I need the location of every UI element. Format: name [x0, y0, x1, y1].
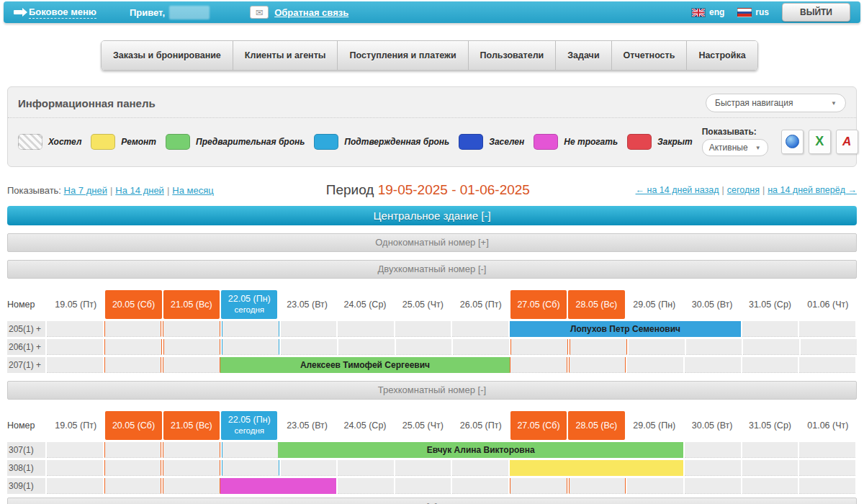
- nav-tab-2[interactable]: Поступления и платежи: [338, 41, 468, 70]
- lang-rus[interactable]: rus: [755, 7, 769, 17]
- day-cell[interactable]: [104, 339, 162, 355]
- day-cell[interactable]: [627, 478, 683, 494]
- day-cell[interactable]: [104, 357, 162, 373]
- day-cell[interactable]: [222, 442, 279, 458]
- day-cell[interactable]: [799, 460, 855, 476]
- day-cell[interactable]: [281, 321, 337, 337]
- nav-tab-1[interactable]: Клиенты и агенты: [233, 41, 338, 70]
- day-cell[interactable]: [163, 478, 220, 494]
- day-cell[interactable]: [47, 478, 103, 494]
- booking-bar[interactable]: Евчук Алина Викторовна: [278, 442, 683, 458]
- day-cell[interactable]: [799, 321, 855, 337]
- day-cell[interactable]: [510, 357, 567, 373]
- range-7-days-link[interactable]: На 7 дней: [64, 185, 107, 196]
- day-cell[interactable]: [395, 478, 451, 494]
- day-cell[interactable]: [453, 339, 509, 355]
- side-menu-link[interactable]: Боковое меню: [29, 6, 96, 19]
- room-label[interactable]: 307(1): [7, 442, 47, 458]
- day-cell[interactable]: [338, 321, 394, 337]
- room-label[interactable]: 207(1) +: [7, 357, 47, 373]
- day-cell[interactable]: [281, 339, 337, 355]
- day-cell[interactable]: [743, 339, 799, 355]
- day-cell[interactable]: [510, 478, 567, 494]
- building-header[interactable]: Центральное здание [-]: [7, 206, 857, 225]
- day-cell[interactable]: [163, 321, 220, 337]
- nav-tab-3[interactable]: Пользователи: [469, 41, 557, 70]
- day-cell[interactable]: [685, 460, 741, 476]
- day-cell[interactable]: [452, 478, 508, 494]
- booking-bar[interactable]: [220, 478, 336, 494]
- today-link[interactable]: сегодня: [727, 185, 760, 195]
- booking-bar[interactable]: Алексеев Тимофей Сергеевич: [220, 357, 510, 373]
- nav-tab-4[interactable]: Задачи: [556, 41, 611, 70]
- logout-button[interactable]: выйти: [782, 3, 850, 22]
- nav-tab-0[interactable]: Заказы и бронирование: [102, 41, 233, 70]
- excel-export-icon[interactable]: X: [809, 130, 831, 154]
- range-month-link[interactable]: На месяц: [172, 185, 213, 196]
- day-cell[interactable]: [742, 442, 798, 458]
- day-cell[interactable]: [163, 442, 220, 458]
- day-cell[interactable]: [742, 357, 798, 373]
- day-cell[interactable]: [569, 478, 626, 494]
- day-cell[interactable]: [799, 478, 855, 494]
- day-cell[interactable]: [104, 460, 162, 476]
- day-cell[interactable]: [163, 339, 221, 355]
- day-cell[interactable]: [510, 339, 568, 355]
- booking-bar[interactable]: Лопухов Петр Семенович: [510, 321, 741, 337]
- day-cell[interactable]: [222, 339, 279, 355]
- day-cell[interactable]: [569, 357, 626, 373]
- day-cell[interactable]: [395, 460, 451, 476]
- section-header[interactable]: Однокомнатный номер [+]: [7, 233, 857, 252]
- day-cell[interactable]: [686, 339, 742, 355]
- day-cell[interactable]: [104, 321, 162, 337]
- day-cell[interactable]: [47, 357, 103, 373]
- day-cell[interactable]: [47, 460, 103, 476]
- day-cell[interactable]: [47, 442, 103, 458]
- nav-tab-6[interactable]: Настройка: [687, 41, 757, 70]
- day-cell[interactable]: [281, 460, 337, 476]
- day-cell[interactable]: [627, 357, 683, 373]
- day-cell[interactable]: [222, 460, 279, 476]
- day-cell[interactable]: [801, 339, 857, 355]
- room-label[interactable]: 205(1) +: [7, 321, 47, 337]
- day-cell[interactable]: [47, 321, 103, 337]
- section-header[interactable]: Трехкомнатный номер [-]: [7, 381, 857, 400]
- lang-eng[interactable]: eng: [709, 7, 724, 17]
- day-cell[interactable]: [338, 339, 395, 355]
- pdf-export-icon[interactable]: A: [836, 130, 858, 154]
- day-cell[interactable]: [570, 339, 627, 355]
- day-cell[interactable]: [338, 460, 394, 476]
- room-label[interactable]: 308(1): [7, 460, 47, 476]
- day-cell[interactable]: [163, 357, 220, 373]
- nav-tab-5[interactable]: Отчетность: [612, 41, 688, 70]
- day-cell[interactable]: [104, 478, 162, 494]
- day-cell[interactable]: [222, 321, 279, 337]
- room-label[interactable]: 309(1): [7, 478, 47, 494]
- day-cell[interactable]: [395, 321, 451, 337]
- day-cell[interactable]: [629, 339, 685, 355]
- quick-nav-select[interactable]: Быстрая навигация ▼: [706, 94, 846, 112]
- feedback-link[interactable]: Обратная связь: [274, 7, 348, 18]
- day-cell[interactable]: [799, 357, 855, 373]
- expand-more-bar[interactable]: [+]: [7, 498, 857, 504]
- day-cell[interactable]: [396, 339, 452, 355]
- forward-14-days-link[interactable]: на 14 дней вперёд →: [768, 185, 857, 195]
- room-label[interactable]: 206(1) +: [7, 339, 47, 355]
- day-cell[interactable]: [685, 478, 741, 494]
- day-cell[interactable]: [452, 460, 508, 476]
- day-cell[interactable]: [742, 478, 798, 494]
- day-cell[interactable]: [742, 321, 798, 337]
- back-14-days-link[interactable]: ← на 14 дней назад: [636, 185, 719, 195]
- day-cell[interactable]: [742, 460, 798, 476]
- booking-bar[interactable]: [510, 460, 683, 476]
- status-filter-select[interactable]: Активные ▼: [702, 139, 768, 156]
- day-cell[interactable]: [47, 339, 103, 355]
- section-header[interactable]: Двухкомнатный номер [-]: [7, 260, 857, 279]
- range-14-days-link[interactable]: На 14 дней: [115, 185, 164, 196]
- html-export-icon[interactable]: [781, 130, 804, 154]
- day-cell[interactable]: [104, 442, 162, 458]
- day-cell[interactable]: [452, 321, 508, 337]
- day-cell[interactable]: [799, 442, 855, 458]
- day-cell[interactable]: [685, 357, 741, 373]
- day-cell[interactable]: [338, 478, 394, 494]
